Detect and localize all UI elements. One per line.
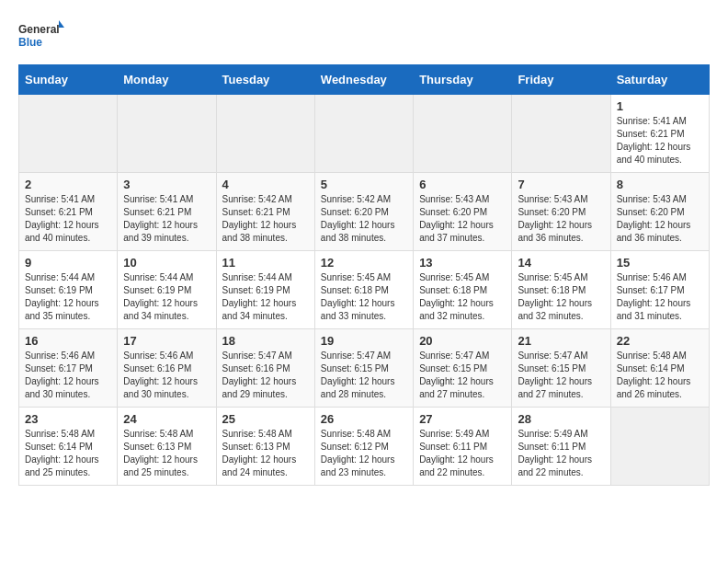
day-info: Sunrise: 5:44 AMSunset: 6:19 PMDaylight:… <box>123 271 210 323</box>
day-cell: 6Sunrise: 5:43 AMSunset: 6:20 PMDaylight… <box>414 173 512 251</box>
day-cell: 13Sunrise: 5:45 AMSunset: 6:18 PMDayligh… <box>414 251 512 329</box>
day-number: 7 <box>518 178 604 191</box>
day-info: Sunrise: 5:41 AMSunset: 6:21 PMDaylight:… <box>617 115 703 167</box>
day-number: 14 <box>518 256 604 270</box>
day-number: 15 <box>617 256 703 270</box>
weekday-header-monday: Monday <box>118 65 216 95</box>
week-row-2: 2Sunrise: 5:41 AMSunset: 6:21 PMDaylight… <box>19 173 710 251</box>
logo: General Blue <box>18 18 64 55</box>
day-cell: 8Sunrise: 5:43 AMSunset: 6:20 PMDaylight… <box>610 173 709 251</box>
day-info: Sunrise: 5:44 AMSunset: 6:19 PMDaylight:… <box>25 271 111 323</box>
day-info: Sunrise: 5:47 AMSunset: 6:16 PMDaylight:… <box>222 350 309 401</box>
day-number: 12 <box>321 256 407 270</box>
day-info: Sunrise: 5:46 AMSunset: 6:17 PMDaylight:… <box>25 350 111 401</box>
day-cell <box>610 408 709 486</box>
day-number: 23 <box>25 412 111 426</box>
day-number: 2 <box>25 178 111 191</box>
day-cell: 22Sunrise: 5:48 AMSunset: 6:14 PMDayligh… <box>610 329 709 408</box>
day-info: Sunrise: 5:42 AMSunset: 6:21 PMDaylight:… <box>222 193 309 245</box>
day-info: Sunrise: 5:42 AMSunset: 6:20 PMDaylight:… <box>321 193 407 245</box>
day-info: Sunrise: 5:48 AMSunset: 6:14 PMDaylight:… <box>617 350 703 401</box>
day-cell: 19Sunrise: 5:47 AMSunset: 6:15 PMDayligh… <box>314 329 413 408</box>
day-number: 6 <box>419 178 506 191</box>
day-number: 13 <box>419 256 506 270</box>
day-info: Sunrise: 5:41 AMSunset: 6:21 PMDaylight:… <box>123 193 210 245</box>
day-info: Sunrise: 5:47 AMSunset: 6:15 PMDaylight:… <box>419 350 506 401</box>
day-number: 11 <box>222 256 309 270</box>
day-number: 10 <box>123 256 210 270</box>
day-cell <box>19 95 118 173</box>
day-number: 1 <box>617 99 703 113</box>
day-cell: 2Sunrise: 5:41 AMSunset: 6:21 PMDaylight… <box>19 173 118 251</box>
day-cell: 27Sunrise: 5:49 AMSunset: 6:11 PMDayligh… <box>414 408 512 486</box>
day-number: 18 <box>222 334 309 348</box>
day-info: Sunrise: 5:48 AMSunset: 6:12 PMDaylight:… <box>321 428 407 479</box>
day-number: 22 <box>617 334 703 348</box>
day-cell: 20Sunrise: 5:47 AMSunset: 6:15 PMDayligh… <box>414 329 512 408</box>
day-number: 19 <box>321 334 407 348</box>
day-number: 9 <box>25 256 111 270</box>
day-cell: 4Sunrise: 5:42 AMSunset: 6:21 PMDaylight… <box>216 173 314 251</box>
day-cell: 5Sunrise: 5:42 AMSunset: 6:20 PMDaylight… <box>314 173 413 251</box>
day-cell: 12Sunrise: 5:45 AMSunset: 6:18 PMDayligh… <box>314 251 413 329</box>
weekday-header-tuesday: Tuesday <box>216 65 314 95</box>
page-header: General Blue <box>18 18 710 55</box>
day-cell: 16Sunrise: 5:46 AMSunset: 6:17 PMDayligh… <box>19 329 118 408</box>
day-cell: 3Sunrise: 5:41 AMSunset: 6:21 PMDaylight… <box>118 173 216 251</box>
day-number: 27 <box>419 412 506 426</box>
day-number: 8 <box>617 178 703 191</box>
svg-text:Blue: Blue <box>18 36 42 49</box>
day-number: 26 <box>321 412 407 426</box>
day-cell <box>414 95 512 173</box>
svg-marker-2 <box>59 20 64 28</box>
day-info: Sunrise: 5:49 AMSunset: 6:11 PMDaylight:… <box>518 428 604 479</box>
logo-icon: General Blue <box>18 18 64 55</box>
weekday-header-row: SundayMondayTuesdayWednesdayThursdayFrid… <box>19 65 710 95</box>
day-number: 28 <box>518 412 604 426</box>
day-cell: 28Sunrise: 5:49 AMSunset: 6:11 PMDayligh… <box>512 408 610 486</box>
day-info: Sunrise: 5:48 AMSunset: 6:14 PMDaylight:… <box>25 428 111 479</box>
day-cell: 25Sunrise: 5:48 AMSunset: 6:13 PMDayligh… <box>216 408 314 486</box>
day-number: 24 <box>123 412 210 426</box>
day-info: Sunrise: 5:43 AMSunset: 6:20 PMDaylight:… <box>617 193 703 245</box>
day-info: Sunrise: 5:48 AMSunset: 6:13 PMDaylight:… <box>222 428 309 479</box>
day-cell: 10Sunrise: 5:44 AMSunset: 6:19 PMDayligh… <box>118 251 216 329</box>
day-cell: 14Sunrise: 5:45 AMSunset: 6:18 PMDayligh… <box>512 251 610 329</box>
day-info: Sunrise: 5:41 AMSunset: 6:21 PMDaylight:… <box>25 193 111 245</box>
day-info: Sunrise: 5:43 AMSunset: 6:20 PMDaylight:… <box>419 193 506 245</box>
day-number: 20 <box>419 334 506 348</box>
day-number: 21 <box>518 334 604 348</box>
day-info: Sunrise: 5:46 AMSunset: 6:16 PMDaylight:… <box>123 350 210 401</box>
day-info: Sunrise: 5:47 AMSunset: 6:15 PMDaylight:… <box>518 350 604 401</box>
calendar-table: SundayMondayTuesdayWednesdayThursdayFrid… <box>18 64 710 486</box>
weekday-header-wednesday: Wednesday <box>314 65 413 95</box>
weekday-header-saturday: Saturday <box>610 65 709 95</box>
weekday-header-thursday: Thursday <box>414 65 512 95</box>
day-cell: 15Sunrise: 5:46 AMSunset: 6:17 PMDayligh… <box>610 251 709 329</box>
day-info: Sunrise: 5:48 AMSunset: 6:13 PMDaylight:… <box>123 428 210 479</box>
day-cell <box>512 95 610 173</box>
day-number: 25 <box>222 412 309 426</box>
day-info: Sunrise: 5:45 AMSunset: 6:18 PMDaylight:… <box>419 271 506 323</box>
day-cell <box>216 95 314 173</box>
day-cell: 1Sunrise: 5:41 AMSunset: 6:21 PMDaylight… <box>610 95 709 173</box>
day-cell: 7Sunrise: 5:43 AMSunset: 6:20 PMDaylight… <box>512 173 610 251</box>
day-info: Sunrise: 5:47 AMSunset: 6:15 PMDaylight:… <box>321 350 407 401</box>
day-info: Sunrise: 5:45 AMSunset: 6:18 PMDaylight:… <box>321 271 407 323</box>
week-row-1: 1Sunrise: 5:41 AMSunset: 6:21 PMDaylight… <box>19 95 710 173</box>
week-row-4: 16Sunrise: 5:46 AMSunset: 6:17 PMDayligh… <box>19 329 710 408</box>
day-cell: 9Sunrise: 5:44 AMSunset: 6:19 PMDaylight… <box>19 251 118 329</box>
day-number: 4 <box>222 178 309 191</box>
day-cell: 17Sunrise: 5:46 AMSunset: 6:16 PMDayligh… <box>118 329 216 408</box>
svg-text:General: General <box>18 23 60 36</box>
day-cell: 26Sunrise: 5:48 AMSunset: 6:12 PMDayligh… <box>314 408 413 486</box>
day-cell: 18Sunrise: 5:47 AMSunset: 6:16 PMDayligh… <box>216 329 314 408</box>
day-info: Sunrise: 5:44 AMSunset: 6:19 PMDaylight:… <box>222 271 309 323</box>
day-number: 3 <box>123 178 210 191</box>
day-info: Sunrise: 5:43 AMSunset: 6:20 PMDaylight:… <box>518 193 604 245</box>
week-row-3: 9Sunrise: 5:44 AMSunset: 6:19 PMDaylight… <box>19 251 710 329</box>
day-number: 17 <box>123 334 210 348</box>
day-info: Sunrise: 5:45 AMSunset: 6:18 PMDaylight:… <box>518 271 604 323</box>
weekday-header-sunday: Sunday <box>19 65 118 95</box>
day-cell <box>314 95 413 173</box>
